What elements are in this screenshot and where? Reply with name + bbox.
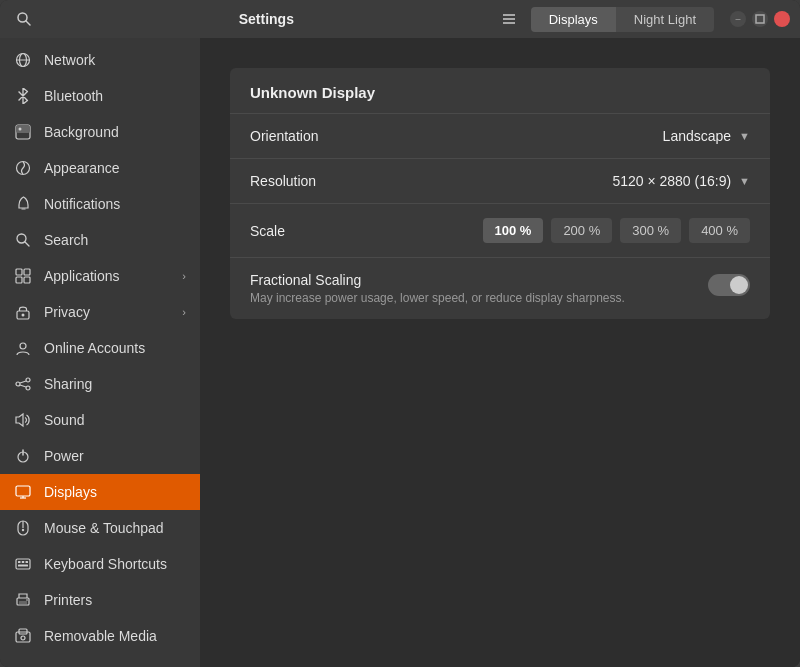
sidebar-item-keyboard-shortcuts[interactable]: Keyboard Shortcuts (0, 546, 200, 582)
resolution-dropdown[interactable]: 5120 × 2880 (16:9) ▼ (612, 173, 750, 189)
sidebar-item-notifications-label: Notifications (44, 196, 120, 212)
scale-btn-300[interactable]: 300 % (620, 218, 681, 243)
sidebar: Network Bluetooth (0, 38, 200, 667)
menu-icon[interactable] (495, 5, 523, 33)
sidebar-item-sharing-label: Sharing (44, 376, 92, 392)
minimize-button[interactable]: – (730, 11, 746, 27)
sidebar-item-removable-media[interactable]: Removable Media (0, 618, 200, 654)
window-controls: – (730, 11, 790, 27)
sidebar-item-sound[interactable]: Sound (0, 402, 200, 438)
fractional-info: Fractional Scaling May increase power us… (250, 272, 708, 305)
sharing-icon (14, 375, 32, 393)
applications-icon (14, 267, 32, 285)
svg-line-27 (20, 385, 26, 387)
scale-btn-400[interactable]: 400 % (689, 218, 750, 243)
scale-row: Scale 100 % 200 % 300 % 400 % (230, 203, 770, 257)
window-title: Settings (46, 11, 487, 27)
svg-point-44 (26, 599, 28, 601)
svg-point-21 (22, 314, 25, 317)
search-sidebar-icon (14, 231, 32, 249)
sidebar-item-displays[interactable]: Displays (0, 474, 200, 510)
resolution-arrow-icon: ▼ (739, 175, 750, 187)
sidebar-item-background[interactable]: Background (0, 114, 200, 150)
network-icon (14, 51, 32, 69)
display-title: Unknown Display (230, 68, 770, 113)
fractional-scaling-desc: May increase power usage, lower speed, o… (250, 291, 708, 305)
toggle-knob (730, 276, 748, 294)
display-settings-box: Unknown Display Orientation Landscape ▼ … (230, 68, 770, 319)
resolution-value: 5120 × 2880 (16:9) (612, 173, 731, 189)
svg-line-26 (20, 381, 26, 383)
maximize-button[interactable] (752, 11, 768, 27)
sidebar-item-applications[interactable]: Applications › (0, 258, 200, 294)
tab-displays[interactable]: Displays (531, 7, 616, 32)
svg-point-36 (22, 529, 24, 531)
search-icon[interactable] (10, 5, 38, 33)
tab-group: Displays Night Light (531, 7, 714, 32)
svg-marker-28 (16, 414, 23, 426)
svg-rect-19 (24, 277, 30, 283)
sidebar-item-printers-label: Printers (44, 592, 92, 608)
orientation-value: Landscape (663, 128, 732, 144)
svg-rect-41 (18, 565, 28, 567)
sidebar-item-online-accounts[interactable]: Online Accounts (0, 330, 200, 366)
power-icon (14, 447, 32, 465)
online-accounts-icon (14, 339, 32, 357)
sidebar-item-power-label: Power (44, 448, 84, 464)
sidebar-item-applications-label: Applications (44, 268, 120, 284)
svg-point-22 (20, 343, 26, 349)
sidebar-item-privacy[interactable]: Privacy › (0, 294, 200, 330)
sidebar-item-printers[interactable]: Printers (0, 582, 200, 618)
titlebar: Settings Displays Night Light – (0, 0, 800, 38)
printers-icon (14, 591, 32, 609)
fractional-scaling-row: Fractional Scaling May increase power us… (230, 257, 770, 319)
svg-rect-16 (16, 269, 22, 275)
notifications-icon (14, 195, 32, 213)
resolution-control: 5120 × 2880 (16:9) ▼ (410, 173, 750, 189)
resolution-row: Resolution 5120 × 2880 (16:9) ▼ (230, 158, 770, 203)
sidebar-item-bluetooth-label: Bluetooth (44, 88, 103, 104)
close-button[interactable] (774, 11, 790, 27)
svg-rect-18 (16, 277, 22, 283)
svg-point-24 (16, 382, 20, 386)
removable-media-icon (14, 627, 32, 645)
sidebar-item-bluetooth[interactable]: Bluetooth (0, 78, 200, 114)
sidebar-item-mouse-touchpad[interactable]: Mouse & Touchpad (0, 510, 200, 546)
displays-icon (14, 483, 32, 501)
background-icon (14, 123, 32, 141)
svg-rect-5 (756, 15, 764, 23)
orientation-row: Orientation Landscape ▼ (230, 113, 770, 158)
svg-rect-43 (19, 601, 27, 604)
orientation-dropdown[interactable]: Landscape ▼ (663, 128, 750, 144)
privacy-icon (14, 303, 32, 321)
sidebar-item-power[interactable]: Power (0, 438, 200, 474)
sidebar-item-network[interactable]: Network (0, 42, 200, 78)
sidebar-item-sharing[interactable]: Sharing (0, 366, 200, 402)
svg-line-15 (25, 242, 29, 246)
sidebar-item-search[interactable]: Search (0, 222, 200, 258)
svg-point-23 (26, 378, 30, 382)
sidebar-item-appearance[interactable]: Appearance (0, 150, 200, 186)
orientation-label: Orientation (250, 128, 410, 144)
applications-chevron-icon: › (182, 270, 186, 282)
svg-point-47 (21, 636, 25, 640)
orientation-arrow-icon: ▼ (739, 130, 750, 142)
orientation-control: Landscape ▼ (410, 128, 750, 144)
fractional-scaling-toggle[interactable] (708, 274, 750, 296)
sound-icon (14, 411, 32, 429)
sidebar-item-displays-label: Displays (44, 484, 97, 500)
sidebar-item-sound-label: Sound (44, 412, 84, 428)
tab-night-light[interactable]: Night Light (616, 7, 714, 32)
svg-rect-10 (16, 125, 30, 133)
privacy-chevron-icon: › (182, 306, 186, 318)
content-area: Unknown Display Orientation Landscape ▼ … (200, 38, 800, 667)
scale-btn-100[interactable]: 100 % (483, 218, 544, 243)
sidebar-item-notifications[interactable]: Notifications (0, 186, 200, 222)
scale-btn-200[interactable]: 200 % (551, 218, 612, 243)
sidebar-item-background-label: Background (44, 124, 119, 140)
sidebar-item-appearance-label: Appearance (44, 160, 120, 176)
scale-control: 100 % 200 % 300 % 400 % (410, 218, 750, 243)
svg-rect-40 (26, 561, 29, 563)
sidebar-item-keyboard-shortcuts-label: Keyboard Shortcuts (44, 556, 167, 572)
appearance-icon (14, 159, 32, 177)
